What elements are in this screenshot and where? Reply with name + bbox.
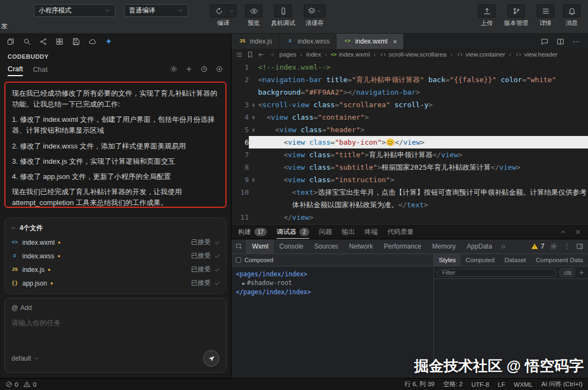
messages-button[interactable] bbox=[563, 4, 580, 17]
code-line[interactable]: 4∨<view class="container"> bbox=[231, 111, 588, 123]
nav-back-icon[interactable] bbox=[258, 51, 265, 58]
code-editor[interactable]: 1<!--index.wxml-->2<navigation-bar title… bbox=[231, 60, 588, 224]
styles-tab-styles[interactable]: Styles bbox=[434, 254, 461, 266]
devtools-tab-network[interactable]: Network bbox=[344, 239, 378, 253]
styles-filter-input[interactable]: Filter bbox=[437, 269, 556, 277]
indentation-setting[interactable]: 空格: 2 bbox=[443, 380, 463, 388]
bookmark-icon[interactable] bbox=[247, 51, 254, 58]
code-line[interactable]: 2<navigation-bar title="育儿补贴申领计算器" back=… bbox=[231, 73, 588, 86]
problems-summary[interactable]: 0 0 bbox=[5, 381, 40, 388]
breadcrumb-view-container[interactable]: view.container bbox=[456, 51, 505, 58]
breadcrumb-view-header[interactable]: view.header bbox=[515, 51, 558, 58]
file-row[interactable]: # index.wxss • 已接受 bbox=[10, 249, 220, 263]
panel-tab-output[interactable]: 输出 bbox=[342, 225, 355, 239]
check-icon[interactable] bbox=[214, 253, 220, 259]
devtools-tab-performance[interactable]: Performance bbox=[378, 239, 427, 253]
tree-open-tag[interactable]: <pages/index/index> bbox=[236, 270, 429, 278]
chat-icon[interactable] bbox=[541, 38, 549, 46]
code-line[interactable]: 5∨<view class="header"> bbox=[231, 123, 588, 136]
devtools-kebab-icon[interactable] bbox=[563, 243, 571, 250]
task-input-placeholder[interactable]: 请输入你的任务 bbox=[11, 318, 219, 328]
version-button[interactable] bbox=[507, 4, 525, 17]
devtools-tab-memory[interactable]: Memory bbox=[427, 239, 461, 253]
code-line[interactable]: background="#FF9AA2"></navigation-bar> bbox=[231, 86, 588, 98]
files-icon[interactable] bbox=[7, 38, 15, 46]
check-icon[interactable] bbox=[214, 267, 220, 273]
code-line[interactable]: 7<view class="title">育儿补贴申领计算器</view> bbox=[231, 148, 588, 161]
dock-side-icon[interactable] bbox=[576, 243, 584, 250]
encoding-setting[interactable]: UTF-8 bbox=[471, 381, 489, 388]
code-line[interactable]: 10<text>选择宝宝出生年月，点击【计算】按钮可查询预计可申领补贴金额。计算… bbox=[231, 186, 588, 199]
search-icon[interactable] bbox=[23, 38, 31, 46]
cursor-position[interactable]: 行 6, 列 39 bbox=[405, 380, 434, 388]
tab-index-wxml[interactable]: <> index.wxml × bbox=[336, 34, 404, 49]
close-panel-icon[interactable] bbox=[574, 228, 581, 236]
collapse-panel-icon[interactable] bbox=[560, 228, 567, 236]
breadcrumb-index-wxml[interactable]: <> index.wxml bbox=[331, 51, 370, 58]
mode-select[interactable]: 小程序模式 bbox=[34, 4, 115, 17]
tab-index-js[interactable]: JS index.js bbox=[231, 34, 279, 49]
styles-tab-dataset[interactable]: Dataset bbox=[499, 254, 531, 266]
file-row[interactable]: {} app.json • 已接受 bbox=[10, 276, 220, 290]
breadcrumb-scroll-view[interactable]: scroll-view.scrollarea bbox=[379, 51, 446, 58]
panel-tab-build[interactable]: 构建 17 bbox=[238, 225, 267, 239]
history-icon[interactable] bbox=[200, 65, 208, 73]
check-icon[interactable] bbox=[214, 280, 220, 287]
warnings-indicator[interactable]: 7 bbox=[531, 243, 544, 250]
device-debug-button[interactable] bbox=[274, 4, 292, 17]
nav-forward-icon[interactable] bbox=[268, 51, 275, 58]
tree-shadow-root[interactable]: ▶#shadow-root bbox=[236, 278, 429, 288]
code-line[interactable]: 11</view> bbox=[231, 211, 588, 224]
tab-chat[interactable]: Chat bbox=[33, 63, 47, 76]
devtools-tab-wxml[interactable]: Wxml bbox=[247, 239, 274, 253]
tab-index-wxss[interactable]: # index.wxss bbox=[279, 34, 337, 49]
split-editor-icon[interactable] bbox=[556, 38, 565, 46]
gear-icon[interactable] bbox=[170, 65, 177, 73]
panel-tab-problems[interactable]: 问题 bbox=[319, 225, 332, 239]
eol-setting[interactable]: LF bbox=[498, 381, 505, 388]
compile-dropdown-button[interactable] bbox=[228, 4, 236, 17]
devtools-tab-console[interactable]: Console bbox=[274, 239, 309, 253]
devtools-tab-appdata[interactable]: AppData bbox=[461, 239, 498, 253]
model-select[interactable]: default bbox=[11, 355, 39, 362]
preview-button[interactable] bbox=[245, 4, 262, 17]
panel-tab-terminal[interactable]: 终端 bbox=[365, 225, 378, 239]
code-line[interactable]: 6<view class="baby-icon">😊</view> bbox=[231, 136, 588, 148]
layout-grid-icon[interactable] bbox=[56, 38, 64, 46]
inspect-element-icon[interactable] bbox=[231, 239, 247, 253]
code-line[interactable]: 体补贴金额以国家补贴政策为准。</text> bbox=[231, 199, 588, 211]
styles-tab-component-data[interactable]: Component Data bbox=[531, 254, 588, 266]
styles-tab-computed[interactable]: Computed bbox=[461, 254, 499, 266]
git-share-icon[interactable] bbox=[39, 38, 47, 46]
new-style-rule-icon[interactable] bbox=[578, 269, 585, 276]
code-line[interactable]: 3∨<scroll-view class="scrollarea" scroll… bbox=[231, 98, 588, 111]
devtools-tab-sources[interactable]: Sources bbox=[309, 239, 344, 253]
ai-assistant-button[interactable]: AI 问答 (Ctrl+I) bbox=[541, 380, 583, 388]
upload-button[interactable] bbox=[478, 4, 495, 17]
language-mode[interactable]: WXML bbox=[514, 381, 533, 388]
tree-close-tag[interactable]: </pages/index/index> bbox=[236, 288, 429, 296]
composed-checkbox[interactable] bbox=[236, 257, 241, 263]
save-icon[interactable] bbox=[72, 38, 80, 46]
new-chat-icon[interactable] bbox=[185, 65, 193, 73]
panel-tab-code-quality[interactable]: 代码质量 bbox=[388, 225, 414, 239]
outline-icon[interactable] bbox=[236, 51, 243, 58]
file-row[interactable]: JS index.js • 已接受 bbox=[10, 263, 220, 276]
files-panel-header[interactable]: 4个文件 bbox=[10, 220, 220, 236]
add-context-button[interactable]: @ Add bbox=[11, 304, 219, 312]
code-line[interactable]: 8<view class="subtitle">根据国家2025年育儿补贴政策计… bbox=[231, 161, 588, 174]
more-tabs-icon[interactable] bbox=[498, 239, 509, 253]
close-tab-icon[interactable]: × bbox=[393, 38, 397, 46]
more-actions-icon[interactable] bbox=[572, 38, 580, 46]
task-input-box[interactable]: @ Add 请输入你的任务 default bbox=[4, 298, 226, 373]
file-row[interactable]: <> index.wxml • 已接受 bbox=[10, 236, 220, 249]
check-icon[interactable] bbox=[214, 239, 220, 246]
send-button[interactable] bbox=[203, 350, 219, 367]
tab-craft[interactable]: Craft bbox=[8, 63, 23, 76]
code-line[interactable]: 9∨<view class="instruction"> bbox=[231, 174, 588, 186]
cls-toggle-button[interactable]: .cls bbox=[560, 268, 575, 277]
panel-tab-debugger[interactable]: 调试器 2 bbox=[277, 225, 309, 239]
cloud-icon[interactable] bbox=[88, 38, 96, 46]
devtools-settings-icon[interactable] bbox=[550, 243, 558, 250]
code-line[interactable]: 1<!--index.wxml--> bbox=[231, 61, 588, 73]
